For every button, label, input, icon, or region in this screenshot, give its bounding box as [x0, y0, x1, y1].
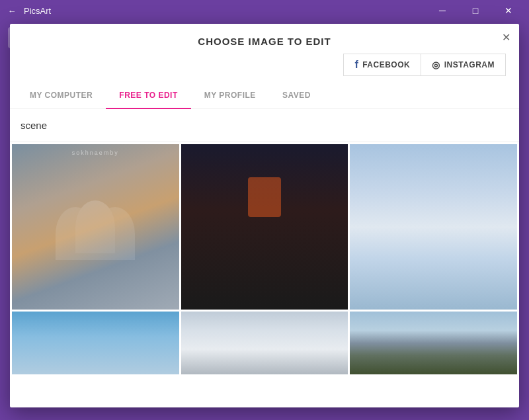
search-bar [10, 109, 519, 142]
social-buttons-row: f FACEBOOK ◎ INSTAGRAM [10, 54, 519, 83]
instagram-label: INSTAGRAM [444, 60, 495, 69]
close-window-icon: ✕ [505, 5, 512, 16]
angel-image: sokhnaemby [12, 144, 179, 310]
app-title: PicsArt [24, 6, 51, 16]
image-cell-2[interactable] [181, 144, 348, 310]
image-watermark: sokhnaemby [12, 149, 179, 156]
maximize-button[interactable]: □ [460, 0, 491, 21]
search-input[interactable] [20, 117, 509, 134]
tab-saved[interactable]: SAVED [269, 83, 324, 109]
instagram-icon: ◎ [432, 60, 440, 70]
modal-close-button[interactable]: ✕ [498, 29, 514, 45]
choose-image-modal: ✕ CHOOSE IMAGE TO EDIT f FACEBOOK ◎ INST… [10, 24, 519, 407]
facebook-button[interactable]: f FACEBOOK [343, 54, 421, 76]
sky-image [12, 312, 179, 374]
back-button[interactable]: ← [5, 4, 19, 17]
tab-my-computer[interactable]: MY COMPUTER [17, 83, 106, 109]
modal-close-icon: ✕ [502, 31, 510, 44]
titlebar-left: ← PicsArt [5, 4, 51, 17]
forest-image [350, 312, 517, 374]
image-cell-3[interactable] [350, 144, 517, 310]
clouds-image [181, 312, 348, 374]
tab-my-profile[interactable]: MY PROFILE [191, 83, 269, 109]
image-grid: sokhnaemby [10, 142, 519, 376]
facebook-label: FACEBOOK [362, 60, 410, 69]
back-icon: ← [8, 6, 17, 16]
minimize-button[interactable]: ─ [427, 0, 458, 21]
close-window-button[interactable]: ✕ [493, 0, 524, 21]
modal-title: CHOOSE IMAGE TO EDIT [10, 24, 519, 54]
person-image [181, 144, 348, 310]
tabs-row: MY COMPUTER FREE TO EDIT MY PROFILE SAVE… [10, 83, 519, 109]
maximize-icon: □ [473, 5, 478, 16]
tab-free-to-edit[interactable]: FREE TO EDIT [106, 83, 190, 109]
modal-overlay: ✕ CHOOSE IMAGE TO EDIT f FACEBOOK ◎ INST… [0, 21, 529, 420]
image-cell-6[interactable] [350, 312, 517, 374]
stars-image [350, 144, 517, 310]
image-cell-5[interactable] [181, 312, 348, 374]
instagram-button[interactable]: ◎ INSTAGRAM [421, 54, 506, 76]
image-cell-4[interactable] [12, 312, 179, 374]
image-cell-1[interactable]: sokhnaemby [12, 144, 179, 310]
minimize-icon: ─ [439, 5, 446, 16]
titlebar: ← PicsArt ─ □ ✕ [0, 0, 529, 21]
titlebar-controls: ─ □ ✕ [427, 0, 524, 21]
facebook-icon: f [354, 59, 358, 71]
